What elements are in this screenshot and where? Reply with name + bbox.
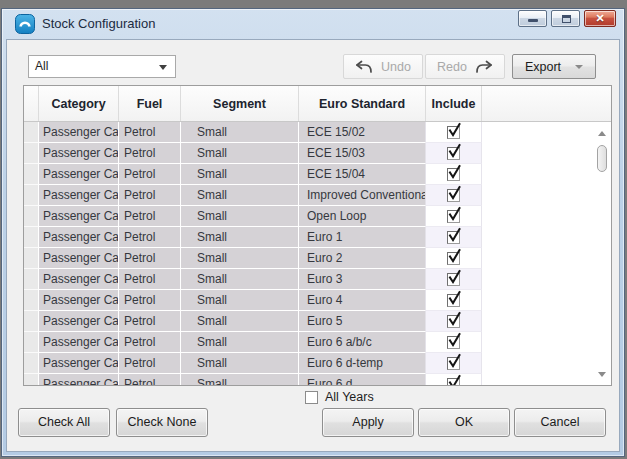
header-segment[interactable]: Segment	[181, 86, 299, 121]
table-row[interactable]: Passenger Cars Petrol Small ECE 15/04	[24, 164, 611, 185]
restore-button[interactable]	[551, 10, 580, 27]
row-indicator-cell[interactable]	[24, 311, 39, 332]
minimize-button[interactable]	[518, 10, 547, 27]
cell-fuel: Petrol	[119, 185, 181, 206]
include-checkbox[interactable]	[447, 168, 460, 181]
row-indicator-cell[interactable]	[24, 290, 39, 311]
restore-icon	[562, 15, 571, 23]
header-euro-standard[interactable]: Euro Standard	[299, 86, 426, 121]
cell-euro-standard: Improved Conventional	[299, 185, 426, 206]
table-row[interactable]: Passenger Cars Petrol Small Euro 6 a/b/c	[24, 332, 611, 353]
cell-segment: Small	[181, 122, 299, 143]
cell-euro-standard: ECE 15/03	[299, 143, 426, 164]
row-indicator-cell[interactable]	[24, 227, 39, 248]
cell-segment: Small	[181, 311, 299, 332]
checkmark-icon	[447, 353, 462, 369]
cell-include	[426, 269, 482, 290]
header-category[interactable]: Category	[39, 86, 119, 121]
all-years-box-icon[interactable]	[305, 391, 318, 404]
checkmark-icon	[447, 374, 462, 386]
cell-euro-standard: ECE 15/04	[299, 164, 426, 185]
cell-fuel: Petrol	[119, 227, 181, 248]
row-indicator-cell[interactable]	[24, 374, 39, 386]
include-checkbox[interactable]	[447, 336, 460, 349]
cancel-button[interactable]: Cancel	[514, 408, 606, 437]
all-years-checkbox[interactable]: All Years	[305, 390, 374, 404]
cell-category: Passenger Cars	[39, 290, 119, 311]
header-fuel[interactable]: Fuel	[119, 86, 181, 121]
include-checkbox[interactable]	[447, 252, 460, 265]
row-indicator-cell[interactable]	[24, 332, 39, 353]
cell-category: Passenger Cars	[39, 122, 119, 143]
row-indicator-cell[interactable]	[24, 185, 39, 206]
include-checkbox[interactable]	[447, 294, 460, 307]
cell-category: Passenger Cars	[39, 374, 119, 386]
table-row[interactable]: Passenger Cars Petrol Small Euro 1	[24, 227, 611, 248]
row-indicator-cell[interactable]	[24, 269, 39, 290]
cell-segment: Small	[181, 206, 299, 227]
table-row[interactable]: Passenger Cars Petrol Small ECE 15/02	[24, 122, 611, 143]
header-include[interactable]: Include	[426, 86, 482, 121]
include-checkbox[interactable]	[447, 378, 460, 387]
cell-euro-standard: Euro 4	[299, 290, 426, 311]
scrollbar-thumb[interactable]	[597, 145, 607, 172]
checkmark-icon	[447, 164, 462, 180]
cell-category: Passenger Cars	[39, 143, 119, 164]
include-checkbox[interactable]	[447, 210, 460, 223]
table-row[interactable]: Passenger Cars Petrol Small Improved Con…	[24, 185, 611, 206]
category-filter-select[interactable]: All	[28, 55, 176, 78]
scroll-down-icon[interactable]	[598, 372, 606, 377]
redo-button[interactable]: Redo	[425, 54, 505, 79]
table-row[interactable]: Passenger Cars Petrol Small Euro 6 d	[24, 374, 611, 386]
include-checkbox[interactable]	[447, 126, 460, 139]
titlebar[interactable]: Stock Configuration ✕	[2, 9, 624, 39]
include-checkbox[interactable]	[447, 273, 460, 286]
row-indicator-cell[interactable]	[24, 353, 39, 374]
cell-category: Passenger Cars	[39, 269, 119, 290]
cell-euro-standard: Euro 1	[299, 227, 426, 248]
cell-fuel: Petrol	[119, 269, 181, 290]
close-button[interactable]: ✕	[584, 10, 616, 27]
table-row[interactable]: Passenger Cars Petrol Small Euro 3	[24, 269, 611, 290]
vertical-scrollbar[interactable]	[594, 122, 611, 386]
checkmark-icon	[447, 248, 462, 264]
table-row[interactable]: Passenger Cars Petrol Small Euro 4	[24, 290, 611, 311]
cell-fuel: Petrol	[119, 122, 181, 143]
cell-euro-standard: Euro 6 d-temp	[299, 353, 426, 374]
undo-button[interactable]: Undo	[343, 54, 423, 79]
checkmark-icon	[447, 290, 462, 306]
cell-include	[426, 353, 482, 374]
row-indicator-cell[interactable]	[24, 164, 39, 185]
table-row[interactable]: Passenger Cars Petrol Small Euro 5	[24, 311, 611, 332]
export-label: Export	[525, 60, 561, 74]
table-row[interactable]: Passenger Cars Petrol Small ECE 15/03	[24, 143, 611, 164]
cell-segment: Small	[181, 227, 299, 248]
row-indicator-cell[interactable]	[24, 143, 39, 164]
scroll-up-icon[interactable]	[598, 131, 606, 136]
include-checkbox[interactable]	[447, 231, 460, 244]
check-none-button[interactable]: Check None	[116, 408, 208, 437]
cell-include	[426, 122, 482, 143]
cell-include	[426, 164, 482, 185]
header-filler	[482, 86, 611, 121]
table-row[interactable]: Passenger Cars Petrol Small Open Loop	[24, 206, 611, 227]
export-button[interactable]: Export	[512, 54, 596, 79]
ok-button[interactable]: OK	[418, 408, 510, 437]
row-indicator-cell[interactable]	[24, 122, 39, 143]
include-checkbox[interactable]	[447, 147, 460, 160]
table-row[interactable]: Passenger Cars Petrol Small Euro 6 d-tem…	[24, 353, 611, 374]
apply-button[interactable]: Apply	[322, 408, 414, 437]
checkmark-icon	[447, 143, 462, 159]
table-row[interactable]: Passenger Cars Petrol Small Euro 2	[24, 248, 611, 269]
include-checkbox[interactable]	[447, 357, 460, 370]
row-indicator-cell[interactable]	[24, 206, 39, 227]
include-checkbox[interactable]	[447, 189, 460, 202]
cell-category: Passenger Cars	[39, 185, 119, 206]
row-indicator-cell[interactable]	[24, 248, 39, 269]
include-checkbox[interactable]	[447, 315, 460, 328]
cell-include	[426, 290, 482, 311]
checkmark-icon	[447, 332, 462, 348]
check-all-button[interactable]: Check All	[18, 408, 110, 437]
cell-include	[426, 374, 482, 386]
dialog-content: All Undo Redo Export	[6, 39, 620, 452]
